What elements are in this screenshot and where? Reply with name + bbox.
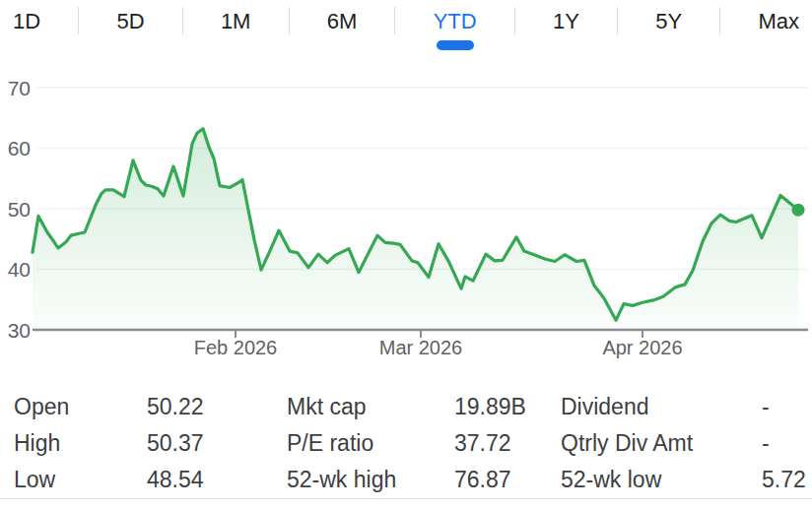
- tab-ytd-underline: [437, 40, 474, 50]
- tab-5y[interactable]: 5Y: [655, 11, 682, 32]
- tab-divider: [78, 7, 79, 34]
- stat-label-52wk-low: 52-wk low: [561, 467, 762, 493]
- stock-finance-widget: 1D 5D 1M 6M YTD 1Y 5Y Max 3040506070 Feb…: [0, 0, 812, 509]
- stat-label-52wk-high: 52-wk high: [287, 467, 454, 493]
- tab-1m[interactable]: 1M: [221, 11, 251, 32]
- tab-divider: [617, 7, 618, 34]
- y-axis-label: 70: [8, 77, 31, 99]
- x-axis-label: Feb 2026: [194, 337, 278, 358]
- tab-1d-label: 1D: [13, 9, 40, 33]
- tab-divider: [514, 7, 515, 34]
- tab-max[interactable]: Max: [758, 11, 799, 32]
- stat-label-pe-ratio: P/E ratio: [287, 430, 454, 457]
- area-fill: [33, 129, 798, 330]
- tab-5y-label: 5Y: [655, 9, 682, 33]
- stat-label-high: High: [14, 430, 147, 457]
- stat-value-high: 50.37: [147, 430, 287, 457]
- stat-label-mkt-cap: Mkt cap: [287, 394, 454, 420]
- tab-divider: [394, 7, 395, 34]
- stat-value-pe-ratio: 37.72: [454, 430, 561, 457]
- latest-price-dot: [792, 204, 805, 217]
- y-axis-label: 60: [8, 137, 31, 159]
- stat-value-low: 48.54: [147, 467, 287, 493]
- tab-5d[interactable]: 5D: [116, 11, 144, 32]
- key-stats-table: Open 50.22 Mkt cap 19.89B Dividend - Hig…: [0, 379, 812, 498]
- tab-1m-label: 1M: [221, 9, 251, 33]
- stat-value-open: 50.22: [147, 394, 287, 420]
- tab-ytd[interactable]: YTD: [434, 11, 477, 32]
- tab-6m-label: 6M: [327, 9, 358, 33]
- tab-max-label: Max: [758, 9, 799, 33]
- bottom-divider: [0, 498, 812, 499]
- stat-label-dividend: Dividend: [561, 394, 762, 420]
- tab-divider: [182, 7, 183, 34]
- stats-row-3: Low 48.54 52-wk high 76.87 52-wk low 5.7…: [14, 462, 800, 498]
- tab-ytd-label: YTD: [434, 9, 477, 33]
- stat-value-52wk-low: 5.72: [762, 467, 806, 493]
- tab-divider: [289, 7, 290, 34]
- stats-row-2: High 50.37 P/E ratio 37.72 Qtrly Div Amt…: [14, 425, 800, 462]
- x-axis-label: Mar 2026: [379, 337, 463, 358]
- stats-row-1: Open 50.22 Mkt cap 19.89B Dividend -: [14, 389, 800, 425]
- tab-1d[interactable]: 1D: [13, 11, 40, 32]
- tab-6m[interactable]: 6M: [327, 11, 358, 32]
- stat-label-qtrly-div-amt: Qtrly Div Amt: [561, 430, 762, 457]
- stat-value-qtrly-div-amt: -: [762, 430, 800, 457]
- tab-5d-label: 5D: [116, 9, 144, 33]
- y-axis-label: 40: [8, 258, 31, 281]
- stat-label-open: Open: [14, 394, 147, 420]
- stat-value-52wk-high: 76.87: [454, 467, 561, 493]
- y-axis-label: 50: [8, 198, 31, 221]
- tab-1y[interactable]: 1Y: [553, 11, 579, 32]
- tab-divider: [719, 7, 720, 34]
- x-axis-label: Apr 2026: [602, 337, 682, 358]
- stat-value-mkt-cap: 19.89B: [454, 394, 561, 420]
- price-chart-svg[interactable]: 3040506070 Feb 2026Mar 2026Apr 2026: [0, 54, 812, 379]
- tab-1y-label: 1Y: [553, 9, 579, 33]
- stat-label-low: Low: [14, 467, 147, 493]
- y-axis-label: 30: [8, 319, 31, 342]
- price-chart-area[interactable]: 3040506070 Feb 2026Mar 2026Apr 2026: [0, 54, 812, 379]
- stat-value-dividend: -: [762, 394, 800, 420]
- range-tab-bar: 1D 5D 1M 6M YTD 1Y 5Y Max: [0, 0, 812, 54]
